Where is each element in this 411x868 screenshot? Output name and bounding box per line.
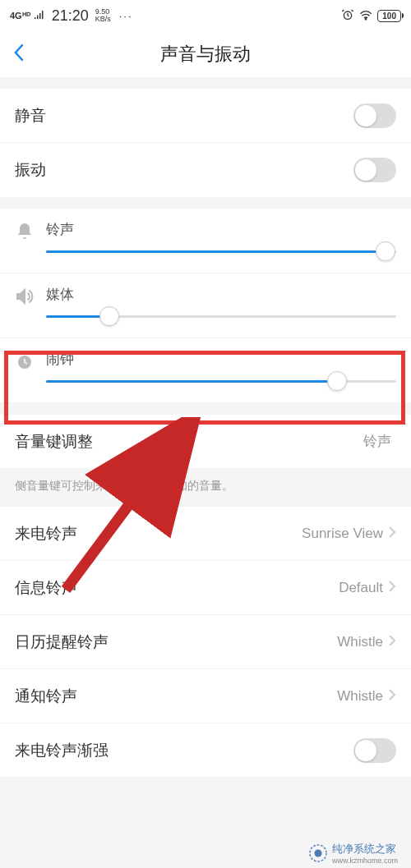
status-dots: ··· — [119, 10, 133, 22]
clock-icon — [15, 350, 46, 374]
chevron-right-icon — [388, 688, 396, 705]
page-header: 声音与振动 — [0, 31, 411, 77]
crescendo-row: 来电铃声渐强 — [0, 723, 411, 778]
status-bar: 4Gᴴᴰ 21:20 9.50KB/s ··· 100 — [0, 0, 411, 31]
svg-point-1 — [366, 18, 367, 19]
battery-indicator: 100 — [377, 10, 401, 22]
volume-key-value: 铃声 — [363, 432, 391, 451]
speaker-icon — [15, 285, 46, 310]
media-slider[interactable] — [46, 315, 396, 318]
message-ringtone-value: Default — [339, 580, 383, 596]
bell-icon — [15, 220, 46, 245]
alarm-slider-label: 闹钟 — [46, 350, 396, 369]
volume-key-hint: 侧音量键可控制来电、信息和通知的音量。 — [0, 469, 411, 507]
page-title: 声音与振动 — [160, 42, 251, 67]
network-indicator: 4Gᴴᴰ — [10, 11, 30, 21]
volume-key-label: 音量键调整 — [15, 431, 363, 452]
back-button[interactable] — [13, 43, 25, 66]
calendar-ringtone-label: 日历提醒铃声 — [15, 631, 337, 653]
alarm-slider[interactable] — [46, 380, 396, 383]
status-time: 21:20 — [52, 7, 89, 25]
message-ringtone-label: 信息铃声 — [15, 577, 339, 599]
calendar-ringtone-row[interactable]: 日历提醒铃声 Whistle — [0, 615, 411, 669]
svg-point-5 — [314, 849, 321, 857]
mute-label: 静音 — [15, 105, 353, 126]
ring-slider[interactable] — [46, 250, 396, 253]
watermark-url: www.kzmhome.com — [332, 857, 398, 865]
alarm-icon — [341, 8, 354, 24]
vibrate-row: 振动 — [0, 143, 411, 197]
ringtone-slider-section: 铃声 — [0, 209, 411, 273]
message-ringtone-row[interactable]: 信息铃声 Default — [0, 561, 411, 615]
notify-ringtone-value: Whistle — [337, 688, 383, 705]
notify-ringtone-label: 通知铃声 — [15, 686, 337, 707]
watermark-icon — [309, 844, 327, 862]
media-slider-section: 媒体 — [0, 273, 411, 338]
media-slider-label: 媒体 — [46, 285, 396, 304]
mute-row: 静音 — [0, 89, 411, 143]
volume-key-row[interactable]: 音量键调整 铃声 — [0, 415, 411, 469]
vibrate-label: 振动 — [15, 159, 353, 181]
chevron-right-icon — [388, 634, 396, 650]
mute-toggle[interactable] — [353, 103, 396, 128]
network-speed: 9.50KB/s — [95, 8, 111, 23]
chevron-right-icon — [388, 580, 396, 596]
calendar-ringtone-value: Whistle — [337, 634, 383, 650]
watermark: 纯净系统之家 www.kzmhome.com — [309, 842, 398, 865]
incoming-ringtone-label: 来电铃声 — [15, 523, 302, 544]
notify-ringtone-row[interactable]: 通知铃声 Whistle — [0, 669, 411, 723]
wifi-icon — [359, 9, 372, 23]
watermark-brand: 纯净系统之家 — [332, 842, 398, 857]
chevron-right-icon — [388, 526, 396, 542]
alarm-slider-section: 闹钟 — [0, 338, 411, 403]
crescendo-label: 来电铃声渐强 — [15, 740, 353, 761]
crescendo-toggle[interactable] — [353, 738, 396, 763]
signal-icon — [34, 11, 44, 21]
incoming-ringtone-row[interactable]: 来电铃声 Sunrise View — [0, 507, 411, 561]
incoming-ringtone-value: Sunrise View — [302, 526, 383, 542]
vibrate-toggle[interactable] — [353, 158, 396, 182]
ring-slider-label: 铃声 — [46, 220, 396, 239]
